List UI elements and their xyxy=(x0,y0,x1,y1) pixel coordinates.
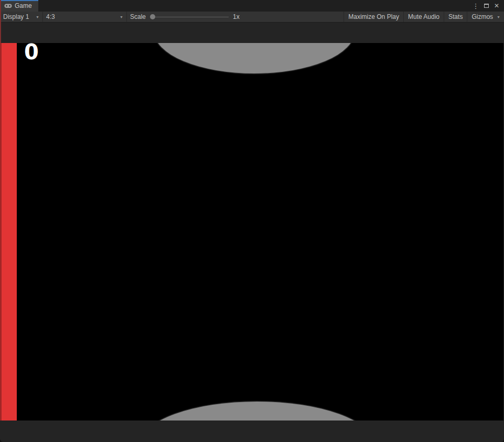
chevron-down-icon: ▼ xyxy=(120,15,123,19)
aspect-ratio-value: 4:3 xyxy=(46,13,55,20)
mute-audio-button[interactable]: Mute Audio xyxy=(403,12,444,22)
window-controls: ⋮ ✕ xyxy=(471,0,504,12)
gizmos-button[interactable]: Gizmos xyxy=(467,12,495,22)
scale-slider-knob[interactable] xyxy=(150,14,155,19)
unity-game-window: Game ⋮ ✕ Display 1 ▼ 4:3 ▼ Scale 1x Maxi… xyxy=(0,0,504,442)
close-icon[interactable]: ✕ xyxy=(492,2,501,10)
player-red-bar xyxy=(0,43,17,421)
game-view-area: 0 xyxy=(0,23,504,441)
window-menu-icon[interactable]: ⋮ xyxy=(471,2,480,10)
game-viewport[interactable]: 0 xyxy=(0,43,503,421)
toolbar-right-buttons: Maximize On Play Mute Audio Stats Gizmos… xyxy=(344,12,504,22)
scale-slider-track[interactable] xyxy=(152,17,229,17)
tab-game[interactable]: Game xyxy=(0,0,38,12)
aspect-ratio-dropdown[interactable]: 4:3 ▼ xyxy=(43,12,127,22)
stats-button[interactable]: Stats xyxy=(444,12,467,22)
top-pipe-ellipse xyxy=(154,43,355,73)
window-left-edge xyxy=(0,0,1,43)
scale-slider[interactable] xyxy=(150,12,229,23)
gamepad-icon xyxy=(4,3,12,10)
display-dropdown[interactable]: Display 1 ▼ xyxy=(0,12,43,22)
maximize-icon[interactable] xyxy=(482,2,490,10)
score-text: 0 xyxy=(24,43,39,63)
tab-label: Game xyxy=(15,2,32,9)
scale-label: Scale xyxy=(130,13,146,20)
maximize-on-play-button[interactable]: Maximize On Play xyxy=(344,12,403,22)
tab-bar: Game ⋮ ✕ xyxy=(0,0,504,12)
scale-control: Scale 1x xyxy=(127,12,240,22)
gizmos-dropdown-arrow[interactable]: ▼ xyxy=(495,12,504,22)
gizmos-control: Gizmos ▼ xyxy=(467,12,504,22)
bottom-pipe-ellipse xyxy=(141,402,373,421)
display-dropdown-value: Display 1 xyxy=(3,13,29,20)
chevron-down-icon: ▼ xyxy=(36,15,39,19)
active-tab-indicator xyxy=(0,0,38,1)
game-toolbar: Display 1 ▼ 4:3 ▼ Scale 1x Maximize On P… xyxy=(0,12,504,23)
maximize-square-glyph xyxy=(484,4,489,8)
scale-value: 1x xyxy=(233,13,240,20)
tab-bar-spacer xyxy=(38,0,471,12)
